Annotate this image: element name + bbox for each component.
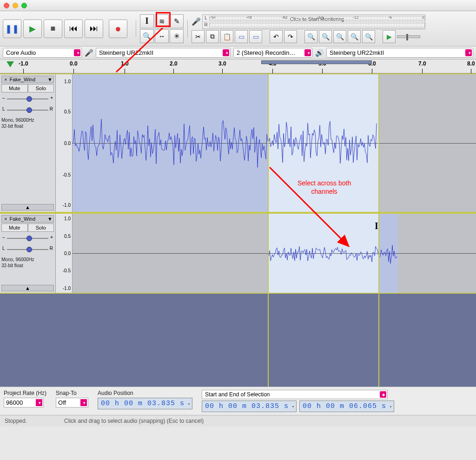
play-button[interactable]: ▶ (23, 20, 42, 38)
solo-button[interactable]: Solo (28, 84, 54, 92)
snap-to-combo[interactable]: Off (56, 398, 88, 407)
audio-host-combo[interactable]: Core Audio (3, 48, 82, 58)
gain-slider[interactable]: –+ (2, 95, 53, 102)
titlebar (0, 0, 476, 11)
undo-button[interactable]: ↶ (270, 30, 283, 43)
envelope-tool-button[interactable]: ≋ (155, 14, 169, 28)
pan-slider[interactable]: LR (2, 106, 53, 113)
cut-button[interactable]: ✂ (192, 30, 205, 43)
play-speed-slider[interactable] (397, 35, 420, 38)
recording-meter[interactable]: -54-48-42 Click to Start Monitoring -18-… (202, 14, 425, 29)
selection-toolbar: Project Rate (Hz) 96000 Snap-To Off Audi… (0, 387, 476, 415)
fit-selection-button[interactable]: 🔍 (333, 30, 346, 43)
zoom-in-button[interactable]: 🔍 (304, 30, 317, 43)
fit-project-button[interactable]: 🔍 (348, 30, 361, 43)
waveform[interactable] (73, 74, 476, 212)
playhead-icon[interactable] (7, 61, 14, 67)
status-hint: Click and drag to select audio (snapping… (64, 418, 204, 424)
close-track-button[interactable]: × (3, 216, 8, 222)
pan-slider[interactable]: LR (2, 245, 53, 253)
amplitude-scale: 1.0 0.5 0.0 -0.5 -1.0 (56, 214, 73, 293)
skip-start-button[interactable]: ⏮ (64, 20, 83, 38)
selection-mode-combo[interactable]: Start and End of Selection (202, 390, 388, 399)
close-icon[interactable] (4, 3, 9, 8)
snap-to-label: Snap-To (56, 390, 88, 396)
speaker-icon: 🔊 (315, 49, 324, 57)
maximize-icon[interactable] (21, 3, 27, 8)
selection-tool-button[interactable]: I (140, 14, 154, 28)
stop-button[interactable]: ■ (44, 20, 62, 38)
gain-slider[interactable]: –+ (2, 234, 53, 242)
close-track-button[interactable]: × (3, 77, 8, 82)
mic-icon: 🎤 (85, 49, 93, 57)
playback-device-combo[interactable]: Steinberg UR22mkII (326, 48, 473, 58)
audio-position-label: Audio Position (98, 390, 192, 396)
device-toolbar: Core Audio 🎤 Steinberg UR22mkII 2 (Stere… (0, 46, 476, 59)
silence-button[interactable]: ▭ (249, 30, 262, 43)
pause-button[interactable]: ❚❚ (3, 20, 21, 38)
tracks-area: × Fake_Wind ▼ Mute Solo –+ LR Mono, 9600… (0, 73, 476, 387)
track-name[interactable]: Fake_Wind (9, 77, 46, 82)
amplitude-scale: 1.0 0.5 0.0 -0.5 -1.0 (56, 74, 73, 212)
track-menu-button[interactable]: ▼ (47, 77, 53, 82)
track-row: × Fake_Wind ▼ Mute Solo –+ LR Mono, 9600… (0, 213, 476, 294)
cursor-icon: I (375, 221, 378, 231)
track-menu-button[interactable]: ▼ (47, 216, 53, 222)
skip-end-button[interactable]: ⏭ (85, 20, 103, 38)
audio-position-field[interactable]: 00 h 00 m 03.835 s (98, 398, 192, 409)
mic-icon: 🎤 (192, 17, 201, 26)
copy-button[interactable]: ⧉ (206, 30, 219, 43)
collapse-button[interactable]: ▲ (1, 285, 54, 291)
solo-button[interactable]: Solo (28, 223, 54, 232)
mute-button[interactable]: Mute (1, 84, 28, 92)
recording-channels-combo[interactable]: 2 (Stereo) Recordin… (233, 48, 312, 58)
selection-start-field[interactable]: 00 h 00 m 03.835 s (202, 401, 297, 412)
tools-grid: I ≋ ✎ 🔍 ↔ ✳ (140, 14, 184, 43)
trim-button[interactable]: ▭ (235, 30, 248, 43)
timeshift-tool-button[interactable]: ↔ (155, 29, 169, 43)
track-info: Mono, 96000Hz32-bit float (1, 256, 54, 269)
track-control-panel: × Fake_Wind ▼ Mute Solo –+ LR Mono, 9600… (0, 214, 56, 293)
recording-device-combo[interactable]: Steinberg UR22mkII (96, 48, 231, 58)
project-rate-combo[interactable]: 96000 (4, 398, 44, 407)
status-bar: Stopped. Click and drag to select audio … (0, 415, 476, 427)
track-control-panel: × Fake_Wind ▼ Mute Solo –+ LR Mono, 9600… (0, 74, 56, 212)
track-name[interactable]: Fake_Wind (9, 216, 46, 222)
waveform[interactable]: I (73, 214, 476, 293)
track-info: Mono, 96000Hz32-bit float (1, 117, 54, 129)
edit-toolbar: ✂ ⧉ 📋 ▭ ▭ ↶ ↷ 🔍 🔍 🔍 🔍 🔍 ▶ (192, 30, 425, 43)
redo-button[interactable]: ↷ (284, 30, 297, 43)
zoom-toggle-button[interactable]: 🔍 (362, 30, 375, 43)
zoom-tool-button[interactable]: 🔍 (140, 29, 154, 43)
record-button[interactable]: ● (109, 20, 127, 38)
project-rate-label: Project Rate (Hz) (4, 390, 46, 396)
play-at-speed-button[interactable]: ▶ (383, 30, 396, 43)
paste-button[interactable]: 📋 (220, 30, 233, 43)
minimize-icon[interactable] (13, 3, 18, 8)
empty-track-area[interactable] (0, 294, 476, 387)
timeline-ruler[interactable]: -1.0 0.0 1.0 2.0 3.0 4.0 5.0 6.0 7.0 8.0 (0, 59, 476, 73)
selection-end-field[interactable]: 00 h 00 m 06.065 s (299, 401, 394, 412)
track-row: × Fake_Wind ▼ Mute Solo –+ LR Mono, 9600… (0, 73, 476, 213)
transport-toolbar: ❚❚ ▶ ■ ⏮ ⏭ ● I ≋ ✎ 🔍 ↔ ✳ 🎤 -54-48-42 Cli… (0, 11, 476, 46)
status-state: Stopped. (5, 418, 27, 424)
draw-tool-button[interactable]: ✎ (170, 14, 184, 28)
collapse-button[interactable]: ▲ (1, 204, 54, 210)
multi-tool-button[interactable]: ✳ (170, 29, 184, 43)
selection-band[interactable] (261, 60, 372, 64)
zoom-out-button[interactable]: 🔍 (319, 30, 332, 43)
mute-button[interactable]: Mute (1, 223, 28, 232)
